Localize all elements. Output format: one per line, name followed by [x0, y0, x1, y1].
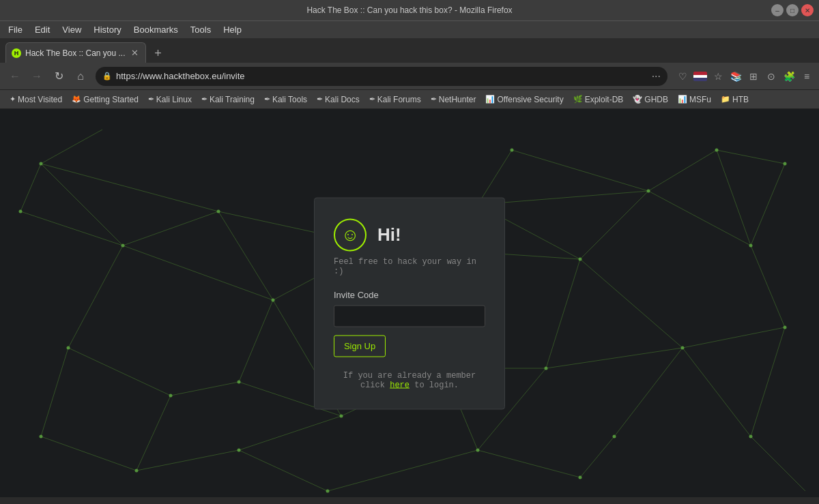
menu-help[interactable]: Help: [218, 23, 247, 36]
svg-line-41: [751, 327, 785, 436]
star-icon[interactable]: ☆: [711, 70, 725, 83]
svg-point-57: [579, 258, 582, 261]
window-title: Hack The Box :: Can you hack this box? -…: [306, 5, 512, 15]
menu-edit[interactable]: Edit: [29, 23, 55, 36]
invite-code-input[interactable]: [334, 305, 485, 327]
refresh-button[interactable]: ↻: [49, 67, 68, 86]
svg-point-54: [272, 299, 275, 302]
bookmark-most-visited[interactable]: ✦ Most Visited: [5, 93, 66, 106]
bookmark-nethunter[interactable]: ✒ NetHunter: [427, 93, 480, 106]
offsec-icon: 📊: [485, 95, 495, 104]
forward-button[interactable]: →: [27, 67, 46, 86]
bookmark-exploit-db[interactable]: 🌿 Exploit-DB: [569, 93, 628, 106]
svg-line-34: [136, 450, 239, 471]
svg-line-30: [171, 382, 239, 396]
tab-favicon: H: [12, 48, 21, 58]
kali-docs-icon: ✒: [317, 95, 323, 104]
tab-bar: H Hack The Box :: Can you ... ✕ +: [0, 38, 819, 63]
menu-tools[interactable]: Tools: [185, 23, 216, 36]
svg-line-36: [239, 450, 328, 491]
more-options-icon[interactable]: ···: [652, 70, 661, 83]
kali-linux-icon: ✒: [148, 95, 154, 104]
bookmark-msfu[interactable]: 📊 MSFu: [674, 93, 715, 106]
sign-up-button[interactable]: Sign Up: [334, 335, 386, 357]
bookmark-kali-forums-label: Kali Forums: [377, 95, 421, 104]
nethunter-icon: ✒: [431, 95, 437, 104]
bookmarks-bar: ✦ Most Visited 🦊 Getting Started ✒ Kali …: [0, 90, 819, 109]
svg-point-65: [340, 415, 343, 418]
svg-line-14: [717, 150, 751, 246]
home-button[interactable]: ⌂: [71, 67, 90, 86]
svg-line-17: [682, 327, 785, 348]
svg-point-71: [511, 149, 514, 152]
close-button[interactable]: ✕: [801, 4, 814, 16]
htb-icon: 📁: [721, 95, 730, 104]
svg-point-72: [19, 210, 23, 213]
extensions-icon[interactable]: 🧩: [782, 70, 796, 83]
login-prompt: If you are already a member click here t…: [334, 370, 485, 389]
bookmark-ghdb[interactable]: 👻 GHDB: [629, 93, 672, 106]
kali-forums-icon: ✒: [369, 95, 375, 104]
svg-point-66: [238, 381, 241, 384]
tabs-icon[interactable]: ⊞: [747, 70, 760, 83]
bookmark-heart-icon[interactable]: ♡: [676, 70, 689, 83]
svg-line-45: [717, 150, 785, 164]
nav-action-icons: ♡ ☆ 📚 ⊞ ⊙ 🧩 ≡: [676, 70, 814, 83]
maximize-button[interactable]: □: [786, 4, 799, 16]
window-controls: – □ ✕: [771, 4, 814, 16]
menu-bookmarks[interactable]: Bookmarks: [128, 23, 184, 36]
login-link[interactable]: here: [390, 380, 410, 389]
card-greeting: Hi!: [377, 224, 401, 246]
menu-bar: File Edit View History Bookmarks Tools H…: [0, 20, 819, 38]
nav-bar: ← → ↻ ⌂ 🔒 https://www.hackthebox.eu/invi…: [0, 63, 819, 90]
bookmark-ghdb-label: GHDB: [644, 95, 668, 104]
svg-point-52: [121, 244, 125, 248]
menu-view[interactable]: View: [57, 23, 87, 36]
bookmark-kali-linux-label: Kali Linux: [156, 95, 192, 104]
new-tab-button[interactable]: +: [149, 44, 168, 63]
svg-line-13: [648, 150, 717, 191]
library-icon[interactable]: 📚: [729, 70, 743, 83]
tab-close-button[interactable]: ✕: [130, 48, 140, 58]
svg-point-63: [545, 367, 548, 370]
card-subtitle: Feel free to hack your way in :): [334, 256, 485, 276]
bookmark-offensive-security[interactable]: 📊 Offensive Security: [481, 93, 567, 106]
bookmark-kali-forums[interactable]: ✒ Kali Forums: [365, 93, 425, 106]
bookmark-kali-tools[interactable]: ✒ Kali Tools: [260, 93, 311, 106]
bookmark-getting-started-label: Getting Started: [83, 95, 139, 104]
bookmark-kali-docs-label: Kali Docs: [325, 95, 360, 104]
account-icon[interactable]: ⊙: [764, 70, 778, 83]
svg-line-2: [41, 164, 218, 211]
bookmark-offensive-security-label: Offensive Security: [497, 95, 563, 104]
svg-line-42: [751, 436, 805, 491]
svg-line-0: [41, 164, 123, 246]
exploit-db-icon: 🌿: [573, 95, 583, 104]
svg-line-1: [123, 211, 218, 246]
svg-line-3: [218, 211, 273, 300]
smiley-icon: ☺: [334, 218, 367, 251]
menu-file[interactable]: File: [3, 23, 28, 36]
svg-line-4: [123, 246, 273, 300]
bookmark-kali-training-label: Kali Training: [210, 95, 255, 104]
menu-history[interactable]: History: [88, 23, 126, 36]
bookmark-kali-docs[interactable]: ✒ Kali Docs: [313, 93, 364, 106]
browser-tab-0[interactable]: H Hack The Box :: Can you ... ✕: [5, 42, 146, 63]
menu-icon[interactable]: ≡: [800, 70, 814, 83]
svg-point-77: [238, 449, 241, 452]
bookmark-getting-started[interactable]: 🦊 Getting Started: [68, 93, 143, 106]
address-bar[interactable]: 🔒 https://www.hackthebox.eu/invite ···: [96, 67, 667, 86]
svg-line-47: [580, 436, 614, 477]
svg-line-49: [41, 130, 102, 164]
star-bookmark-icon: ✦: [10, 95, 16, 104]
svg-point-78: [326, 490, 330, 493]
svg-line-46: [751, 164, 785, 246]
bookmark-htb[interactable]: 📁 HTB: [717, 93, 753, 106]
bookmark-kali-training[interactable]: ✒ Kali Training: [197, 93, 259, 106]
login-prompt-end: to login.: [410, 380, 459, 389]
minimize-button[interactable]: –: [771, 4, 784, 16]
svg-point-68: [67, 346, 70, 350]
bookmark-kali-linux[interactable]: ✒ Kali Linux: [144, 93, 196, 106]
back-button[interactable]: ←: [5, 67, 25, 86]
svg-point-53: [217, 210, 220, 213]
tab-title: Hack The Box :: Can you ...: [25, 48, 126, 58]
